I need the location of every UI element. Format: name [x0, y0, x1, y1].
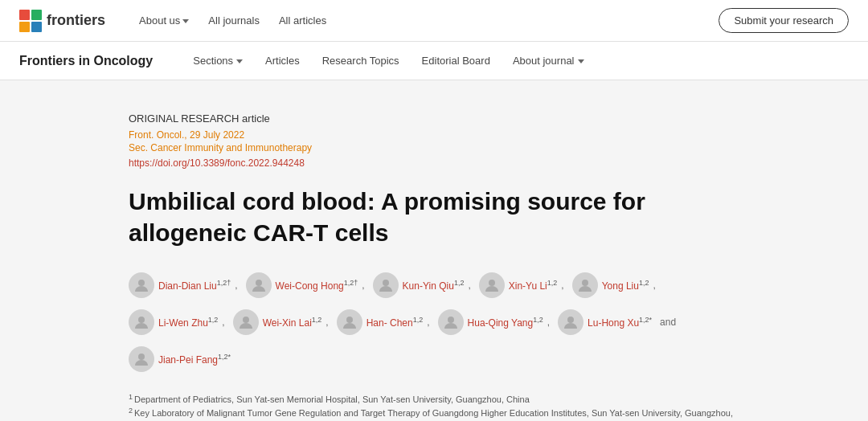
avatar — [129, 346, 154, 372]
author-name[interactable]: Dian-Dian Liu1,2† — [158, 279, 231, 292]
article-doi[interactable]: https://doi.org/10.3389/fonc.2022.944248 — [129, 157, 305, 169]
author-name[interactable]: Han- Chen1,2 — [366, 316, 424, 329]
author-sup: 1,2† — [217, 279, 231, 287]
author-item: and — [660, 309, 679, 335]
svg-point-11 — [346, 317, 353, 323]
author-item: Li-Wen Zhu1,2, — [129, 309, 225, 335]
article-type: ORIGINAL RESEARCH article — [129, 112, 868, 125]
author-item: Wei-Xin Lai1,2, — [233, 309, 329, 335]
author-name[interactable]: Lu-Hong Xu1,2* — [588, 316, 652, 329]
about-us-link[interactable]: About us — [131, 10, 197, 31]
avatar — [233, 309, 259, 335]
affiliation-number: 2 — [129, 407, 133, 415]
person-icon — [342, 314, 358, 330]
avatar — [558, 309, 583, 335]
author-item: Han- Chen1,2, — [337, 309, 430, 335]
affiliation-line: 1 Department of Pediatrics, Sun Yat-sen … — [129, 393, 739, 407]
author-name[interactable]: Li-Wen Zhu1,2 — [158, 316, 218, 329]
frontiers-logo-icon — [19, 10, 42, 32]
editorial-board-link[interactable]: Editorial Board — [411, 50, 502, 72]
author-item: Jian-Pei Fang1,2* — [129, 346, 231, 372]
author-sup: 1,2 — [533, 316, 543, 324]
person-icon — [133, 314, 149, 330]
articles-link[interactable]: Articles — [254, 50, 311, 72]
svg-point-13 — [567, 317, 574, 323]
person-icon — [133, 351, 149, 367]
all-journals-link[interactable]: All journals — [200, 10, 268, 31]
affiliations: 1 Department of Pediatrics, Sun Yat-sen … — [129, 393, 739, 421]
submit-research-button[interactable]: Submit your research — [719, 8, 849, 33]
author-sup: 1,2 — [454, 279, 465, 287]
svg-point-10 — [243, 317, 249, 323]
journal-title: Frontiers in Oncology — [19, 54, 153, 68]
person-icon — [238, 314, 254, 330]
article-title: Umbilical cord blood: A promising source… — [129, 186, 707, 248]
avatar — [246, 272, 272, 298]
affiliation-number: 1 — [129, 394, 133, 401]
svg-point-14 — [138, 354, 145, 360]
comma-separator: , — [362, 280, 364, 291]
comma-separator: , — [222, 317, 224, 328]
avatar — [129, 309, 154, 335]
top-nav-links: About us All journals All articles — [131, 10, 719, 31]
comma-separator: , — [468, 280, 470, 291]
person-icon — [251, 277, 267, 293]
author-item: Lu-Hong Xu1,2* — [558, 309, 652, 335]
svg-point-5 — [256, 280, 262, 286]
author-item: Kun-Yin Qiu1,2, — [373, 272, 471, 298]
author-sup: 1,2† — [344, 279, 358, 287]
main-content: ORIGINAL RESEARCH article Front. Oncol.,… — [0, 80, 868, 421]
author-separator: and — [660, 317, 676, 328]
author-item: Xin-Yu Li1,2, — [479, 272, 564, 298]
svg-point-8 — [582, 280, 588, 286]
author-name[interactable]: Wei-Cong Hong1,2† — [276, 279, 358, 292]
person-icon — [563, 314, 579, 330]
author-sup: 1,2 — [312, 316, 322, 324]
affiliation-line: 2 Key Laboratory of Malignant Tumor Gene… — [129, 407, 739, 422]
author-sup: 1,2 — [208, 316, 219, 324]
person-icon — [484, 277, 500, 293]
author-sup: 1,2* — [218, 353, 231, 361]
author-name[interactable]: Xin-Yu Li1,2 — [509, 279, 558, 292]
person-icon — [133, 277, 149, 293]
svg-point-7 — [489, 280, 495, 286]
comma-separator: , — [235, 280, 237, 291]
top-navigation: frontiers About us All journals All arti… — [0, 0, 868, 42]
comma-separator: , — [427, 317, 429, 328]
affiliation-text: Department of Pediatrics, Sun Yat-sen Me… — [134, 393, 530, 407]
svg-point-6 — [383, 280, 389, 286]
author-item: Yong Liu1,2, — [572, 272, 656, 298]
author-name[interactable]: Wei-Xin Lai1,2 — [263, 316, 322, 329]
avatar — [129, 272, 154, 298]
person-icon — [378, 277, 394, 293]
article-section: Sec. Cancer Immunity and Immunotherapy — [129, 142, 868, 153]
svg-rect-0 — [19, 10, 30, 20]
comma-separator: , — [653, 280, 655, 291]
svg-point-12 — [448, 317, 454, 323]
svg-rect-1 — [31, 10, 42, 20]
author-sup: 1,2 — [639, 279, 649, 287]
svg-point-9 — [138, 317, 145, 323]
affiliation-text: Key Laboratory of Malignant Tumor Gene R… — [134, 407, 739, 422]
chevron-down-icon — [236, 59, 243, 63]
avatar — [337, 309, 362, 335]
research-topics-link[interactable]: Research Topics — [311, 50, 411, 72]
author-name[interactable]: Yong Liu1,2 — [602, 279, 649, 292]
author-name[interactable]: Jian-Pei Fang1,2* — [158, 353, 231, 366]
person-icon — [443, 314, 459, 330]
author-sup: 1,2 — [413, 316, 424, 324]
logo-area[interactable]: frontiers — [19, 10, 105, 32]
author-sup: 1,2 — [547, 279, 558, 287]
author-name[interactable]: Kun-Yin Qiu1,2 — [403, 279, 465, 292]
about-journal-link[interactable]: About journal — [502, 50, 596, 72]
avatar — [373, 272, 399, 298]
author-item: Dian-Dian Liu1,2†, — [129, 272, 238, 298]
person-icon — [577, 277, 593, 293]
comma-separator: , — [326, 317, 328, 328]
chevron-down-icon — [578, 59, 584, 63]
sections-link[interactable]: Sections — [182, 50, 254, 72]
author-name[interactable]: Hua-Qing Yang1,2 — [468, 316, 543, 329]
author-item: Wei-Cong Hong1,2†, — [246, 272, 365, 298]
svg-rect-2 — [19, 22, 30, 32]
all-articles-link[interactable]: All articles — [271, 10, 334, 31]
